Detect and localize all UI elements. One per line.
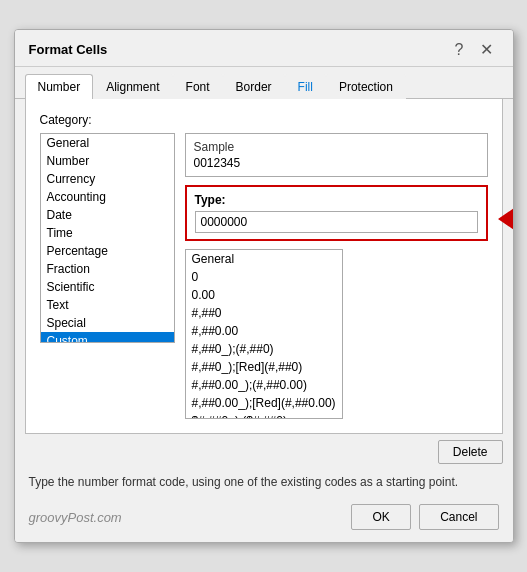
sample-area: Sample 0012345 xyxy=(185,133,488,177)
category-item-currency[interactable]: Currency xyxy=(41,170,174,188)
sample-label: Sample xyxy=(194,140,479,154)
right-panel: Sample 0012345 Type: xyxy=(185,133,488,419)
category-list[interactable]: General Number Currency Accounting Date … xyxy=(40,133,175,343)
format-item-hash0p[interactable]: #,##0_);(#,##0) xyxy=(186,340,342,358)
category-item-general[interactable]: General xyxy=(41,134,174,152)
category-item-time[interactable]: Time xyxy=(41,224,174,242)
dialog-title-group: Format Cells xyxy=(29,42,108,57)
tab-number[interactable]: Number xyxy=(25,74,94,99)
type-section: Type: xyxy=(185,185,488,241)
format-item-hash0.00p[interactable]: #,##0.00_);(#,##0.00) xyxy=(186,376,342,394)
tab-bar: Number Alignment Font Border Fill Protec… xyxy=(15,67,513,99)
type-wrapper: Type: xyxy=(185,185,488,241)
title-bar-icons: ? ✕ xyxy=(449,40,499,60)
format-cells-dialog: Format Cells ? ✕ Number Alignment Font B… xyxy=(14,29,514,544)
format-item-general[interactable]: General xyxy=(186,250,342,268)
category-item-percentage[interactable]: Percentage xyxy=(41,242,174,260)
type-label: Type: xyxy=(195,193,478,207)
title-bar: Format Cells ? ✕ xyxy=(15,30,513,67)
footer-buttons: OK Cancel xyxy=(351,504,498,530)
format-list[interactable]: General 0 0.00 #,##0 #,##0.00 #,##0_);(#… xyxy=(185,249,343,419)
tab-protection[interactable]: Protection xyxy=(326,74,406,99)
main-row: General Number Currency Accounting Date … xyxy=(40,133,488,419)
format-item-dollar0[interactable]: $#,##0_);($#,##0) xyxy=(186,412,342,419)
branding-text: groovyPost.com xyxy=(29,510,122,525)
hint-text: Type the number format code, using one o… xyxy=(15,466,513,497)
cancel-button[interactable]: Cancel xyxy=(419,504,498,530)
format-scroll-area: General 0 0.00 #,##0 #,##0.00 #,##0_);(#… xyxy=(185,249,488,419)
category-item-custom[interactable]: Custom xyxy=(41,332,174,343)
format-item-0[interactable]: 0 xyxy=(186,268,342,286)
format-item-hash0.00red[interactable]: #,##0.00_);[Red](#,##0.00) xyxy=(186,394,342,412)
red-arrow-icon xyxy=(493,200,514,241)
delete-row: Delete xyxy=(15,440,513,464)
tab-content: Category: General Number Currency Accoun… xyxy=(25,99,503,434)
dialog-title: Format Cells xyxy=(29,42,108,57)
format-item-hash0[interactable]: #,##0 xyxy=(186,304,342,322)
footer: groovyPost.com OK Cancel xyxy=(15,496,513,542)
tab-font[interactable]: Font xyxy=(173,74,223,99)
sample-value: 0012345 xyxy=(194,156,479,170)
close-button[interactable]: ✕ xyxy=(474,40,499,60)
svg-marker-0 xyxy=(498,202,514,236)
type-input[interactable] xyxy=(195,211,478,233)
tab-alignment[interactable]: Alignment xyxy=(93,74,172,99)
format-item-0.00[interactable]: 0.00 xyxy=(186,286,342,304)
category-item-number[interactable]: Number xyxy=(41,152,174,170)
ok-button[interactable]: OK xyxy=(351,504,411,530)
category-item-accounting[interactable]: Accounting xyxy=(41,188,174,206)
delete-button[interactable]: Delete xyxy=(438,440,503,464)
category-item-scientific[interactable]: Scientific xyxy=(41,278,174,296)
category-item-date[interactable]: Date xyxy=(41,206,174,224)
format-item-hash0red[interactable]: #,##0_);[Red](#,##0) xyxy=(186,358,342,376)
format-item-hash0.00[interactable]: #,##0.00 xyxy=(186,322,342,340)
category-item-text[interactable]: Text xyxy=(41,296,174,314)
category-scroll-area: General Number Currency Accounting Date … xyxy=(40,133,175,343)
category-item-special[interactable]: Special xyxy=(41,314,174,332)
help-button[interactable]: ? xyxy=(449,40,470,60)
category-item-fraction[interactable]: Fraction xyxy=(41,260,174,278)
tab-border[interactable]: Border xyxy=(223,74,285,99)
category-label: Category: xyxy=(40,113,488,127)
tab-fill[interactable]: Fill xyxy=(285,74,326,99)
